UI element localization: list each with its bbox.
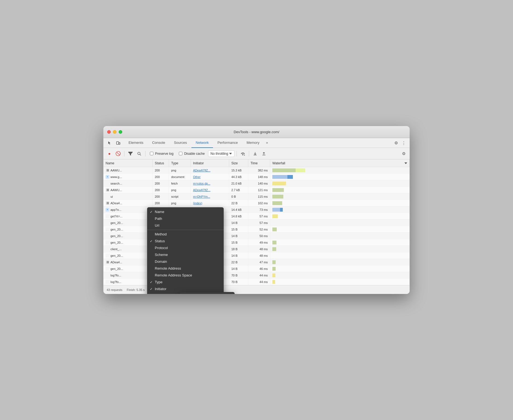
network-settings-icon[interactable]: ⚙ <box>400 150 407 158</box>
menu-item-protocol[interactable]: Protocol <box>147 244 224 251</box>
cell-time: 44 ms <box>248 279 270 285</box>
menu-item-name[interactable]: Name <box>147 208 224 215</box>
titlebar: DevTools - www.google.com/ <box>103 126 410 138</box>
disable-cache-btn[interactable]: Disable cache <box>177 151 207 157</box>
file-icon <box>106 195 109 199</box>
cell-name: gen_20... <box>103 233 153 239</box>
throttle-select[interactable]: No throttling <box>208 150 235 157</box>
tab-sources[interactable]: Sources <box>170 138 191 148</box>
file-icon <box>106 280 109 284</box>
device-icon[interactable] <box>114 139 122 147</box>
waterfall-bar <box>272 175 293 179</box>
disable-cache-checkbox[interactable] <box>179 152 182 155</box>
filter-icon[interactable] <box>127 150 134 158</box>
cell-name: gen_20... <box>103 266 153 272</box>
cell-status: 200 <box>153 167 169 173</box>
table-row[interactable]: 🖼AAWU... 200 png ADea4l7lfZ... 15.3 kB 3… <box>103 167 410 174</box>
cell-waterfall <box>270 266 410 272</box>
cursor-icon[interactable] <box>106 139 113 147</box>
cell-name: 🖼ADea4... <box>103 200 153 206</box>
cell-waterfall <box>270 206 410 213</box>
cell-size: 2.7 kB <box>229 187 248 193</box>
cell-time: 115 ms <box>248 193 270 200</box>
file-icon <box>106 228 109 231</box>
cell-name: ui <box>103 193 153 200</box>
th-type[interactable]: Type <box>169 159 191 167</box>
menu-item-path[interactable]: Path <box>147 215 224 222</box>
cell-time: 121 ms <box>248 187 270 193</box>
cell-time: 57 ms <box>248 213 270 219</box>
preserve-log-btn[interactable]: Preserve log <box>148 151 176 157</box>
wifi-settings-icon[interactable] <box>239 150 247 158</box>
cell-type: fetch <box>169 180 191 186</box>
cell-size: 21.0 kB <box>229 180 248 186</box>
export-icon[interactable] <box>260 150 268 158</box>
cell-waterfall <box>270 259 410 265</box>
table-row[interactable]: search... 200 fetch m=cdos,dp... 21.0 kB… <box>103 180 410 187</box>
cell-type: document <box>169 174 191 180</box>
minimize-button[interactable] <box>113 130 116 134</box>
window-title: DevTools - www.google.com/ <box>234 130 279 134</box>
th-time[interactable]: Time <box>248 159 270 167</box>
cell-size: 70 B <box>229 272 248 278</box>
cell-status: 200 <box>153 174 169 180</box>
menu-item-method[interactable]: Method <box>147 231 224 238</box>
submenu-item-start_time[interactable]: Start Time <box>180 293 235 294</box>
th-status[interactable]: Status <box>153 159 169 167</box>
cell-waterfall <box>270 272 410 278</box>
th-waterfall[interactable]: Waterfall <box>270 159 410 167</box>
tab-network[interactable]: Network <box>191 138 213 148</box>
file-icon <box>106 241 109 244</box>
cell-name: gen_20... <box>103 239 153 246</box>
menu-item-status[interactable]: Status <box>147 238 224 244</box>
devtools-window: DevTools - www.google.com/ Elements Cons… <box>103 126 410 294</box>
main-content: Name Status Type Initiator Size Time Wat… <box>103 159 410 285</box>
table-row[interactable]: 🖼AAWU... 200 png ADea4l7lfZ... 2.7 kB 12… <box>103 187 410 193</box>
settings-icon[interactable]: ⚙ <box>392 139 400 147</box>
tab-memory[interactable]: Memory <box>242 138 264 148</box>
svg-rect-1 <box>119 142 120 144</box>
table-row[interactable]: ui 200 script m=DhPYm... 0 B 115 ms <box>103 193 410 200</box>
menu-item-initiator[interactable]: Initiator <box>147 285 224 292</box>
waterfall-submenu: Start TimeResponse TimeEnd TimeTotal Dur… <box>180 292 235 294</box>
cell-time: 73 ms <box>248 206 270 213</box>
preserve-log-checkbox[interactable] <box>150 152 153 155</box>
cell-time: 382 ms <box>248 167 270 173</box>
search-icon[interactable] <box>135 150 143 158</box>
cell-size: 15.3 kB <box>229 167 248 173</box>
cell-name: gen_20... <box>103 252 153 259</box>
maximize-button[interactable] <box>119 130 122 134</box>
cell-name: 🖼AAWU... <box>103 167 153 173</box>
cell-name: client_... <box>103 246 153 252</box>
network-toolbar: ● 🚫 Preserve log Disable cache No thrott… <box>103 148 410 159</box>
cell-size: 14.8 kB <box>229 213 248 219</box>
tab-performance[interactable]: Performance <box>213 138 242 148</box>
th-size[interactable]: Size <box>229 159 248 167</box>
cell-name: 🖼ADea4... <box>103 259 153 265</box>
menu-item-remote_address[interactable]: Remote Address <box>147 265 224 272</box>
table-row[interactable]: 🖼ADea4... 200 png (index) 22 B 102 ms <box>103 200 410 206</box>
menu-item-scheme[interactable]: Scheme <box>147 251 224 258</box>
menu-item-type[interactable]: Type <box>147 279 224 285</box>
menu-item-url[interactable]: Url <box>147 222 224 229</box>
table-row[interactable]: ≡www.g... 200 document Other 44.3 kB 148… <box>103 174 410 180</box>
clear-icon[interactable]: 🚫 <box>114 150 122 158</box>
more-icon[interactable]: ⋮ <box>400 139 407 147</box>
th-name[interactable]: Name <box>103 159 153 167</box>
tab-elements[interactable]: Elements <box>124 138 148 148</box>
tab-bar: Elements Console Sources Network Perform… <box>103 138 410 148</box>
tab-console[interactable]: Console <box>148 138 170 148</box>
import-icon[interactable] <box>251 150 259 158</box>
cell-size: 22 B <box>229 259 248 265</box>
cell-size: 14 B <box>229 220 248 226</box>
menu-item-remote_address_space[interactable]: Remote Address Space <box>147 272 224 279</box>
waterfall-bar <box>272 168 305 172</box>
menu-item-domain[interactable]: Domain <box>147 258 224 265</box>
close-button[interactable] <box>107 130 111 134</box>
cell-size: 70 B <box>229 279 248 285</box>
request-count: 43 requests <box>107 288 122 291</box>
cell-waterfall <box>270 200 410 206</box>
record-icon[interactable]: ● <box>106 150 113 158</box>
th-initiator[interactable]: Initiator <box>191 159 229 167</box>
tab-more[interactable]: » <box>264 138 270 148</box>
